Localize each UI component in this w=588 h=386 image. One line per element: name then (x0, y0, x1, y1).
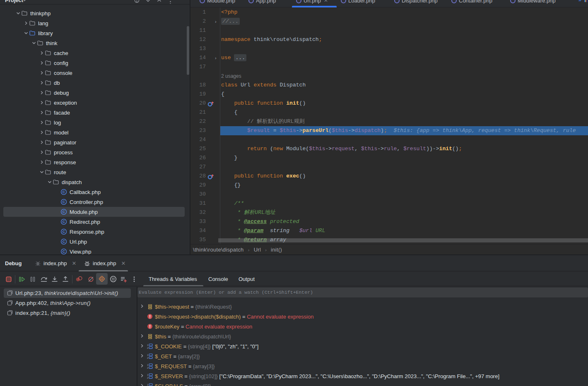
svg-text:1: 1 (147, 374, 149, 376)
svg-text:1: 1 (147, 344, 149, 346)
svg-text:2: 2 (147, 367, 149, 369)
svg-text:C: C (63, 230, 65, 234)
svg-text:1: 1 (147, 384, 149, 386)
svg-text:C: C (63, 240, 65, 244)
svg-text:2: 2 (147, 357, 149, 359)
svg-text:C: C (63, 190, 65, 194)
svg-text:C: C (63, 220, 65, 224)
svg-text:C: C (63, 210, 65, 214)
svg-text:2: 2 (147, 347, 149, 349)
svg-text:C: C (63, 200, 65, 204)
svg-text:2: 2 (147, 376, 149, 379)
svg-text:C: C (63, 249, 65, 254)
svg-text:1: 1 (147, 364, 149, 366)
svg-text:1: 1 (147, 354, 149, 356)
